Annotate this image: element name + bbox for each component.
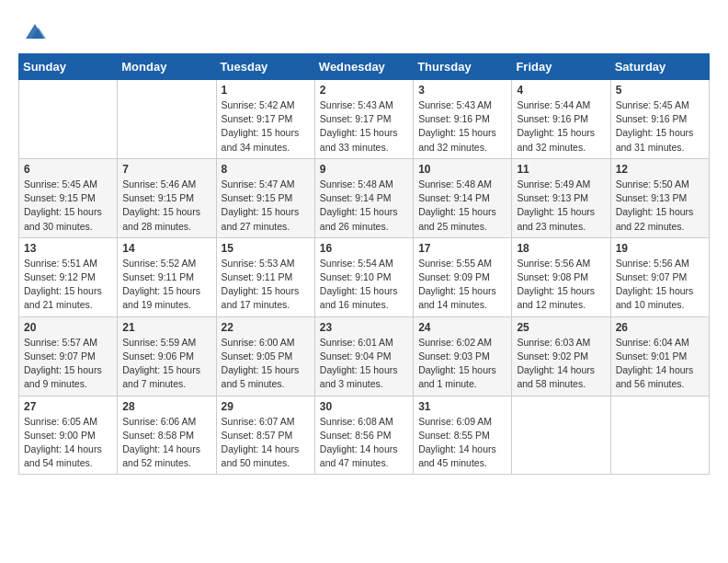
day-number: 19 <box>616 242 704 255</box>
column-header-tuesday: Tuesday <box>216 54 314 80</box>
calendar-header-row: SundayMondayTuesdayWednesdayThursdayFrid… <box>19 54 710 80</box>
calendar-week-row: 1Sunrise: 5:42 AM Sunset: 9:17 PM Daylig… <box>19 80 710 159</box>
calendar-cell: 19Sunrise: 5:56 AM Sunset: 9:07 PM Dayli… <box>610 237 709 316</box>
day-number: 14 <box>122 242 210 255</box>
day-info: Sunrise: 5:50 AM Sunset: 9:13 PM Dayligh… <box>616 178 704 234</box>
column-header-sunday: Sunday <box>19 54 118 80</box>
day-info: Sunrise: 5:46 AM Sunset: 9:15 PM Dayligh… <box>122 178 210 234</box>
calendar-cell: 16Sunrise: 5:54 AM Sunset: 9:10 PM Dayli… <box>314 237 413 316</box>
day-info: Sunrise: 5:52 AM Sunset: 9:11 PM Dayligh… <box>122 257 210 313</box>
day-info: Sunrise: 5:43 AM Sunset: 9:17 PM Dayligh… <box>320 98 408 155</box>
day-number: 16 <box>320 242 408 255</box>
day-info: Sunrise: 5:51 AM Sunset: 9:12 PM Dayligh… <box>24 257 112 313</box>
calendar-cell: 28Sunrise: 6:06 AM Sunset: 8:58 PM Dayli… <box>118 396 216 475</box>
day-info: Sunrise: 6:05 AM Sunset: 9:00 PM Dayligh… <box>24 415 112 471</box>
day-number: 24 <box>418 321 506 334</box>
day-info: Sunrise: 6:02 AM Sunset: 9:03 PM Dayligh… <box>418 336 506 392</box>
day-number: 21 <box>122 321 210 334</box>
day-number: 3 <box>418 84 506 97</box>
day-number: 30 <box>320 400 408 413</box>
calendar-cell: 3Sunrise: 5:43 AM Sunset: 9:16 PM Daylig… <box>414 80 512 159</box>
day-info: Sunrise: 5:49 AM Sunset: 9:13 PM Dayligh… <box>517 178 605 234</box>
day-info: Sunrise: 5:54 AM Sunset: 9:10 PM Dayligh… <box>320 257 408 313</box>
calendar-cell: 26Sunrise: 6:04 AM Sunset: 9:01 PM Dayli… <box>610 316 709 396</box>
day-info: Sunrise: 6:04 AM Sunset: 9:01 PM Dayligh… <box>616 336 704 392</box>
day-number: 2 <box>320 84 408 97</box>
day-info: Sunrise: 5:47 AM Sunset: 9:15 PM Dayligh… <box>222 178 310 234</box>
calendar-cell: 8Sunrise: 5:47 AM Sunset: 9:15 PM Daylig… <box>216 158 314 237</box>
day-number: 26 <box>616 321 704 334</box>
day-info: Sunrise: 6:06 AM Sunset: 8:58 PM Dayligh… <box>122 415 210 471</box>
column-header-thursday: Thursday <box>414 54 512 80</box>
page-header <box>18 18 710 44</box>
day-info: Sunrise: 5:56 AM Sunset: 9:08 PM Dayligh… <box>517 257 605 313</box>
day-number: 8 <box>222 163 310 176</box>
day-info: Sunrise: 5:43 AM Sunset: 9:16 PM Dayligh… <box>418 98 506 155</box>
day-number: 31 <box>418 400 506 413</box>
calendar-cell: 10Sunrise: 5:48 AM Sunset: 9:14 PM Dayli… <box>414 158 512 237</box>
calendar-cell: 4Sunrise: 5:44 AM Sunset: 9:16 PM Daylig… <box>512 80 610 159</box>
day-info: Sunrise: 6:00 AM Sunset: 9:05 PM Dayligh… <box>222 336 310 392</box>
calendar-cell <box>118 80 216 159</box>
day-number: 10 <box>418 163 506 176</box>
day-info: Sunrise: 5:55 AM Sunset: 9:09 PM Dayligh… <box>418 257 506 313</box>
day-info: Sunrise: 6:08 AM Sunset: 8:56 PM Dayligh… <box>320 415 408 471</box>
day-info: Sunrise: 6:03 AM Sunset: 9:02 PM Dayligh… <box>517 336 605 392</box>
day-info: Sunrise: 5:45 AM Sunset: 9:16 PM Dayligh… <box>616 98 704 155</box>
day-info: Sunrise: 5:59 AM Sunset: 9:06 PM Dayligh… <box>122 336 210 392</box>
day-info: Sunrise: 6:09 AM Sunset: 8:55 PM Dayligh… <box>418 415 506 471</box>
day-number: 29 <box>222 400 310 413</box>
day-number: 13 <box>24 242 112 255</box>
calendar-cell: 2Sunrise: 5:43 AM Sunset: 9:17 PM Daylig… <box>314 80 413 159</box>
day-info: Sunrise: 5:44 AM Sunset: 9:16 PM Dayligh… <box>517 98 605 155</box>
day-number: 22 <box>222 321 310 334</box>
column-header-monday: Monday <box>118 54 216 80</box>
day-number: 28 <box>122 400 210 413</box>
calendar-cell <box>610 396 709 475</box>
calendar-cell: 5Sunrise: 5:45 AM Sunset: 9:16 PM Daylig… <box>610 80 709 159</box>
calendar-cell: 6Sunrise: 5:45 AM Sunset: 9:15 PM Daylig… <box>19 158 118 237</box>
day-info: Sunrise: 6:01 AM Sunset: 9:04 PM Dayligh… <box>320 336 408 392</box>
day-number: 23 <box>320 321 408 334</box>
day-info: Sunrise: 5:48 AM Sunset: 9:14 PM Dayligh… <box>418 178 506 234</box>
day-number: 1 <box>222 84 310 97</box>
calendar-cell: 18Sunrise: 5:56 AM Sunset: 9:08 PM Dayli… <box>512 237 610 316</box>
calendar-week-row: 20Sunrise: 5:57 AM Sunset: 9:07 PM Dayli… <box>19 316 710 396</box>
calendar-cell: 17Sunrise: 5:55 AM Sunset: 9:09 PM Dayli… <box>414 237 512 316</box>
day-info: Sunrise: 5:56 AM Sunset: 9:07 PM Dayligh… <box>616 257 704 313</box>
calendar-cell: 7Sunrise: 5:46 AM Sunset: 9:15 PM Daylig… <box>118 158 216 237</box>
day-info: Sunrise: 5:45 AM Sunset: 9:15 PM Dayligh… <box>24 178 112 234</box>
day-number: 15 <box>222 242 310 255</box>
day-info: Sunrise: 6:07 AM Sunset: 8:57 PM Dayligh… <box>222 415 310 471</box>
day-number: 12 <box>616 163 704 176</box>
day-number: 9 <box>320 163 408 176</box>
calendar-cell: 23Sunrise: 6:01 AM Sunset: 9:04 PM Dayli… <box>314 316 413 396</box>
calendar-cell: 21Sunrise: 5:59 AM Sunset: 9:06 PM Dayli… <box>118 316 216 396</box>
calendar-cell: 31Sunrise: 6:09 AM Sunset: 8:55 PM Dayli… <box>414 396 512 475</box>
day-number: 7 <box>122 163 210 176</box>
day-info: Sunrise: 5:48 AM Sunset: 9:14 PM Dayligh… <box>320 178 408 234</box>
day-number: 18 <box>517 242 605 255</box>
day-number: 11 <box>517 163 605 176</box>
day-number: 6 <box>24 163 112 176</box>
calendar-cell: 9Sunrise: 5:48 AM Sunset: 9:14 PM Daylig… <box>314 158 413 237</box>
day-info: Sunrise: 5:53 AM Sunset: 9:11 PM Dayligh… <box>222 257 310 313</box>
calendar-cell: 13Sunrise: 5:51 AM Sunset: 9:12 PM Dayli… <box>19 237 118 316</box>
calendar-cell: 12Sunrise: 5:50 AM Sunset: 9:13 PM Dayli… <box>610 158 709 237</box>
calendar-cell: 27Sunrise: 6:05 AM Sunset: 9:00 PM Dayli… <box>19 396 118 475</box>
calendar-table: SundayMondayTuesdayWednesdayThursdayFrid… <box>18 53 710 475</box>
day-info: Sunrise: 5:42 AM Sunset: 9:17 PM Dayligh… <box>222 98 310 155</box>
column-header-friday: Friday <box>512 54 610 80</box>
day-number: 5 <box>616 84 704 97</box>
calendar-cell: 14Sunrise: 5:52 AM Sunset: 9:11 PM Dayli… <box>118 237 216 316</box>
calendar-cell: 11Sunrise: 5:49 AM Sunset: 9:13 PM Dayli… <box>512 158 610 237</box>
calendar-cell <box>512 396 610 475</box>
calendar-week-row: 13Sunrise: 5:51 AM Sunset: 9:12 PM Dayli… <box>19 237 710 316</box>
calendar-cell: 22Sunrise: 6:00 AM Sunset: 9:05 PM Dayli… <box>216 316 314 396</box>
calendar-week-row: 27Sunrise: 6:05 AM Sunset: 9:00 PM Dayli… <box>19 396 710 475</box>
day-number: 27 <box>24 400 112 413</box>
day-number: 25 <box>517 321 605 334</box>
day-number: 17 <box>418 242 506 255</box>
column-header-wednesday: Wednesday <box>314 54 413 80</box>
day-info: Sunrise: 5:57 AM Sunset: 9:07 PM Dayligh… <box>24 336 112 392</box>
